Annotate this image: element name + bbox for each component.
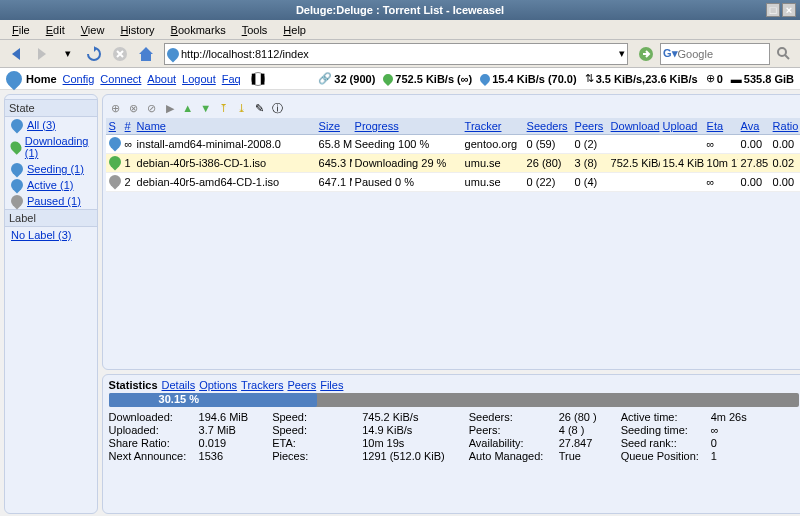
window-maximize-button[interactable]: □ (766, 3, 780, 17)
column-header[interactable]: Upload (663, 120, 698, 132)
column-header[interactable]: # (125, 120, 131, 132)
details-tabs: StatisticsDetailsOptionsTrackersPeersFil… (109, 379, 799, 391)
sidebar-item[interactable]: Seeding (1) (5, 161, 97, 177)
pause-button[interactable]: ⊘ (144, 100, 160, 116)
combined-stat: ⇅3.5 KiB/s,23.6 KiB/s (585, 72, 698, 85)
details-stat: Auto Managed:True (469, 450, 597, 462)
column-header[interactable]: Eta (707, 120, 724, 132)
queue-down-button[interactable]: ▼ (198, 100, 214, 116)
dropdown-arrow-icon[interactable]: ▾ (56, 43, 80, 65)
search-button[interactable] (772, 43, 796, 65)
header-stats: 🔗32 (900) 752.5 KiB/s (∞) 15.4 KiB/s (70… (318, 72, 794, 85)
column-header[interactable]: Progress (355, 120, 399, 132)
nav-link-faq[interactable]: Faq (222, 73, 241, 85)
menu-tools[interactable]: Tools (234, 22, 276, 38)
drop-icon (9, 117, 26, 134)
reload-button[interactable] (82, 43, 106, 65)
sidebar-state-list: All (3)Downloading (1)Seeding (1)Active … (5, 117, 97, 209)
home-button[interactable] (134, 43, 158, 65)
remove-button[interactable]: ⊗ (126, 100, 142, 116)
stop-button[interactable] (108, 43, 132, 65)
dropdown-arrow-icon[interactable]: ▾ (619, 47, 625, 60)
window-titlebar: Deluge:Deluge : Torrent List - Iceweasel… (0, 0, 800, 20)
go-button[interactable] (634, 43, 658, 65)
sidebar-label-list: No Label (3) (5, 227, 97, 243)
torrent-row[interactable]: 2debian-40r5-amd64-CD-1.iso647.1 MiBPaus… (106, 173, 800, 192)
forward-button[interactable] (30, 43, 54, 65)
menu-history[interactable]: History (112, 22, 162, 38)
back-button[interactable] (4, 43, 28, 65)
menu-view[interactable]: View (73, 22, 113, 38)
details-stat: Speed:745.2 KiB/s (272, 411, 445, 423)
nav-link-config[interactable]: Config (63, 73, 95, 85)
torrent-row[interactable]: 1debian-40r5-i386-CD-1.iso645.3 MiBDownl… (106, 154, 800, 173)
queue-up-button[interactable]: ▲ (180, 100, 196, 116)
sidebar-item[interactable]: All (3) (5, 117, 97, 133)
details-progress-bar: 30.15 % (109, 393, 799, 407)
details-stat: Availability:27.847 (469, 437, 597, 449)
drop-icon (9, 193, 26, 210)
url-bar[interactable]: ▾ (164, 43, 628, 65)
upload-stat: 15.4 KiB/s (70.0) (480, 72, 576, 85)
details-stat: Speed:14.9 KiB/s (272, 424, 445, 436)
menu-bookmarks[interactable]: Bookmarks (163, 22, 234, 38)
column-header[interactable]: Size (319, 120, 340, 132)
deluge-logo-icon (3, 67, 26, 90)
details-stat: Active time:4m 26s (621, 411, 747, 423)
sidebar-item[interactable]: Paused (1) (5, 193, 97, 209)
topnav-links: ConfigConnectAboutLogoutFaq (63, 73, 247, 85)
nav-link-logout[interactable]: Logout (182, 73, 216, 85)
drop-icon (9, 177, 26, 194)
sidebar-label-header: Label (5, 209, 97, 227)
add-button[interactable]: ⊕ (108, 100, 124, 116)
url-input[interactable] (179, 46, 619, 62)
details-tab-trackers[interactable]: Trackers (241, 379, 283, 391)
column-header[interactable]: S (109, 120, 116, 132)
details-stat: Next Announce:1536 (109, 450, 249, 462)
column-header[interactable]: Ratio (773, 120, 799, 132)
pause-all-button[interactable]: ❚❚ (251, 72, 265, 86)
svg-point-2 (778, 48, 786, 56)
search-input[interactable] (678, 48, 748, 60)
sidebar-item[interactable]: Downloading (1) (5, 133, 97, 161)
column-header[interactable]: Download (611, 120, 660, 132)
column-header[interactable]: Ava (741, 120, 760, 132)
details-stat: Seed rank::0 (621, 437, 747, 449)
menu-file[interactable]: File (4, 22, 38, 38)
edit-button[interactable]: ✎ (252, 100, 268, 116)
drop-icon (9, 161, 26, 178)
drop-icon (8, 139, 23, 154)
column-header[interactable]: Tracker (465, 120, 502, 132)
details-panel: StatisticsDetailsOptionsTrackersPeersFil… (102, 374, 800, 514)
details-tab-options[interactable]: Options (199, 379, 237, 391)
window-close-button[interactable]: × (782, 3, 796, 17)
queue-top-button[interactable]: ⤒ (216, 100, 232, 116)
sidebar-item[interactable]: No Label (3) (5, 227, 97, 243)
disk-stat: ▬535.8 GiB (731, 72, 794, 85)
queue-bottom-button[interactable]: ⤓ (234, 100, 250, 116)
window-title: Deluge:Deluge : Torrent List - Iceweasel (296, 4, 504, 16)
details-stat: Downloaded:194.6 MiB (109, 411, 249, 423)
menu-help[interactable]: Help (275, 22, 314, 38)
menu-edit[interactable]: Edit (38, 22, 73, 38)
search-engine-icon[interactable]: G▾ (663, 47, 678, 60)
details-tab-details[interactable]: Details (162, 379, 196, 391)
status-icon (106, 173, 121, 189)
nav-link-connect[interactable]: Connect (100, 73, 141, 85)
column-header[interactable]: Seeders (527, 120, 568, 132)
sidebar-item[interactable]: Active (1) (5, 177, 97, 193)
column-header[interactable]: Peers (575, 120, 604, 132)
nav-link-about[interactable]: About (147, 73, 176, 85)
resume-button[interactable]: ▶ (162, 100, 178, 116)
dht-stat: ⊕0 (706, 72, 723, 85)
details-stat: Share Ratio:0.019 (109, 437, 249, 449)
details-tab-peers[interactable]: Peers (287, 379, 316, 391)
torrent-row[interactable]: ∞install-amd64-minimal-2008.065.8 MiBSee… (106, 135, 800, 154)
details-tab-files[interactable]: Files (320, 379, 343, 391)
connections-stat: 🔗32 (900) (318, 72, 375, 85)
details-stat: Seeding time:∞ (621, 424, 747, 436)
info-button[interactable]: ⓘ (270, 100, 286, 116)
details-stat: Seeders:26 (80 ) (469, 411, 597, 423)
search-box[interactable]: G▾ (660, 43, 770, 65)
column-header[interactable]: Name (137, 120, 166, 132)
